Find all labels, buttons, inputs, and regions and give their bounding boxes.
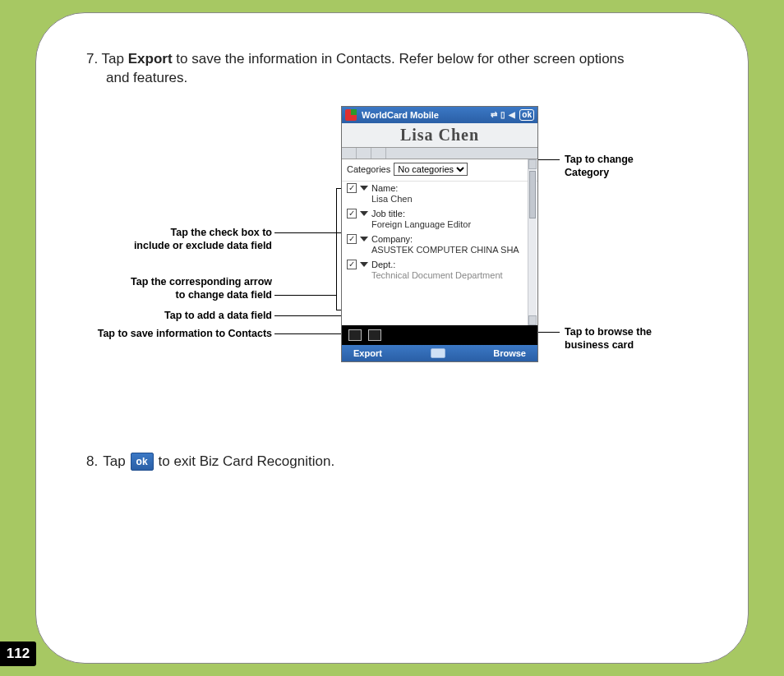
callout-savecontacts: Tap to save information to Contacts <box>58 328 272 341</box>
softkey-export[interactable]: Export <box>353 348 382 358</box>
field-value[interactable]: Foreign Language Editor <box>371 218 533 232</box>
field-row: Name: Lisa Chen <box>347 182 533 207</box>
callout-addfield-text: Tap to add a data field <box>81 310 272 323</box>
callout-browse-l2: business card <box>565 339 704 352</box>
callout-browse-l1: Tap to browse the <box>565 326 704 339</box>
contact-name-header: Lisa Chen <box>342 123 537 148</box>
categories-row: Categories No categories <box>342 159 537 182</box>
field-row: Dept.: Technical Document Department <box>347 258 533 283</box>
step-7-bold: Export <box>128 51 173 67</box>
callout-arrow-l1: Tap the corresponding arrow <box>81 276 272 289</box>
ok-icon: ok <box>131 453 154 471</box>
figure-zone: Tap the check box to include or exclude … <box>81 106 707 418</box>
step-8-number: 8. <box>86 453 98 470</box>
step-7-pre: Tap <box>102 51 128 67</box>
callout-browse: Tap to browse the business card <box>565 326 704 352</box>
callout-checkbox: Tap the check box to include or exclude … <box>81 227 272 252</box>
callout-checkbox-l2: include or exclude data field <box>81 240 272 253</box>
start-icon[interactable] <box>345 109 357 121</box>
volume-icon[interactable]: ◀ <box>509 110 515 119</box>
step-7-number: 7. <box>86 51 98 67</box>
scroll-thumb[interactable] <box>529 171 536 218</box>
ok-button[interactable]: ok <box>519 109 534 121</box>
leader-arrow <box>274 295 336 296</box>
fields-list: Name: Lisa Chen Job title: Foreign Langu… <box>342 182 537 283</box>
softkey-browse[interactable]: Browse <box>493 348 526 358</box>
leader-arrow-v <box>336 188 337 310</box>
field-label: Dept.: <box>371 260 395 269</box>
field-label: Name: <box>371 183 398 193</box>
add-field-icon[interactable] <box>348 329 362 341</box>
toolstrip <box>342 148 537 159</box>
field-value[interactable]: Technical Document Department <box>371 269 533 283</box>
field-row: Job title: Foreign Language Editor <box>347 207 533 232</box>
callout-savecontacts-text: Tap to save information to Contacts <box>58 328 272 341</box>
app-title: WorldCard Mobile <box>362 110 439 120</box>
callout-category: Tap to change Category <box>565 154 688 179</box>
field-type-arrow-icon[interactable] <box>360 186 368 191</box>
field-type-arrow-icon[interactable] <box>360 211 368 216</box>
step-8-pre: Tap <box>103 453 125 470</box>
field-row: Company: ASUSTEK COMPUTER CHINA SHA <box>347 232 533 258</box>
callout-arrow-l2: to change data field <box>81 289 272 302</box>
step-7-line2: and features. <box>106 69 707 88</box>
leader-checkbox <box>274 232 344 233</box>
toolstrip-seg[interactable] <box>371 148 386 159</box>
field-checkbox[interactable] <box>347 183 357 193</box>
field-value[interactable]: ASUSTEK COMPUTER CHINA SHA <box>371 244 533 257</box>
callout-addfield: Tap to add a data field <box>81 310 272 323</box>
callout-checkbox-l1: Tap the check box to <box>81 227 272 240</box>
step-7-post: to save the information in Contacts. Ref… <box>173 51 625 67</box>
callout-arrow: Tap the corresponding arrow to change da… <box>81 276 272 301</box>
field-label: Company: <box>371 234 413 244</box>
manual-page: 7. Tap Export to save the information in… <box>35 12 749 664</box>
page-number: 112 <box>0 642 36 666</box>
titlebar: WorldCard Mobile ⇄ ▯ ◀ ok <box>342 107 537 123</box>
scroll-down-icon[interactable] <box>528 315 537 325</box>
field-value[interactable]: Lisa Chen <box>371 193 533 206</box>
scroll-up-icon[interactable] <box>528 159 537 169</box>
categories-select[interactable]: No categories <box>394 163 468 176</box>
field-type-arrow-icon[interactable] <box>360 237 368 241</box>
field-checkbox[interactable] <box>347 234 357 244</box>
scrollbar[interactable] <box>528 159 537 325</box>
step-8-text: 8. Tap ok to exit Biz Card Recognition. <box>86 453 707 471</box>
step-8-post: to exit Biz Card Recognition. <box>159 453 335 470</box>
signal-icon[interactable]: ▯ <box>500 110 505 119</box>
toolbar <box>342 325 537 345</box>
field-checkbox[interactable] <box>347 209 357 218</box>
field-type-arrow-icon[interactable] <box>360 262 368 267</box>
softkey-bar: Export Browse <box>342 345 537 361</box>
toolstrip-seg[interactable] <box>342 148 357 159</box>
toolbar-icon[interactable] <box>368 329 381 341</box>
toolstrip-seg[interactable] <box>357 148 371 159</box>
connectivity-icon[interactable]: ⇄ <box>491 110 497 119</box>
field-checkbox[interactable] <box>347 260 357 269</box>
field-label: Job title: <box>371 209 405 218</box>
keyboard-icon[interactable] <box>431 348 445 358</box>
toolstrip-seg <box>386 148 537 159</box>
categories-label: Categories <box>347 164 390 174</box>
device-screenshot: WorldCard Mobile ⇄ ▯ ◀ ok Lisa Chen Cate… <box>341 106 538 362</box>
step-7-text: 7. Tap Export to save the information in… <box>86 50 707 88</box>
